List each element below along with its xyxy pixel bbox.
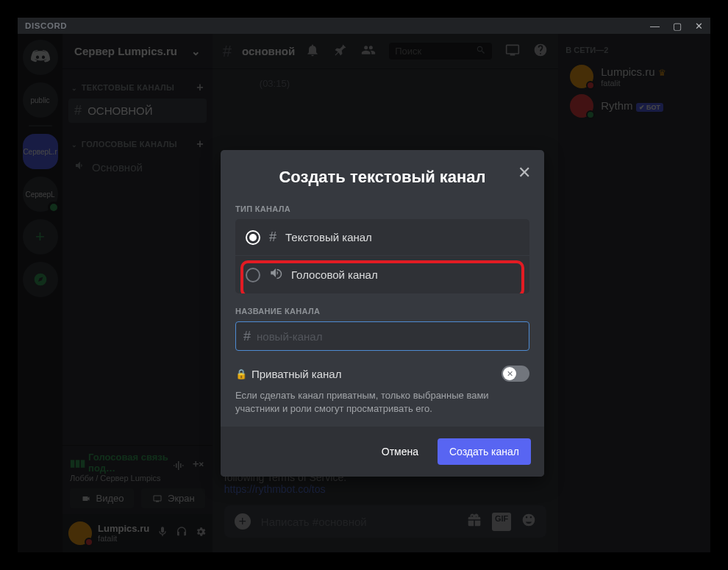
modal-title: Создать текстовый канал [235, 168, 529, 187]
create-channel-modal: Создать текстовый канал ✕ ТИП КАНАЛА # Т… [221, 150, 544, 477]
create-button[interactable]: Создать канал [438, 438, 531, 465]
channel-name-input[interactable] [257, 330, 521, 343]
type-label: ТИП КАНАЛА [235, 204, 529, 213]
close-icon[interactable]: ✕ [518, 163, 531, 182]
radio-indicator [246, 268, 260, 282]
cancel-button[interactable]: Отмена [370, 438, 430, 465]
hash-icon: # [243, 329, 251, 344]
app-name: DISCORD [25, 21, 67, 30]
lock-icon: 🔒 [235, 368, 247, 380]
channel-type-group: # Текстовый канал Голосовой канал [235, 219, 529, 293]
name-label: НАЗВАНИЕ КАНАЛА [235, 307, 529, 316]
minimize-button[interactable]: — [650, 21, 660, 32]
radio-voice-channel[interactable]: Голосовой канал [235, 256, 529, 293]
close-button[interactable]: ✕ [695, 21, 703, 32]
private-description: Если сделать канал приватным, только выб… [235, 389, 529, 415]
radio-indicator-checked [246, 230, 260, 245]
titlebar: DISCORD — ▢ ✕ [18, 18, 710, 34]
maximize-button[interactable]: ▢ [673, 21, 682, 32]
radio-text-channel[interactable]: # Текстовый канал [235, 219, 529, 256]
speaker-icon [269, 266, 282, 283]
channel-name-field[interactable]: # [235, 321, 529, 351]
hash-icon: # [269, 229, 276, 245]
private-toggle[interactable]: ✕ [502, 366, 529, 382]
